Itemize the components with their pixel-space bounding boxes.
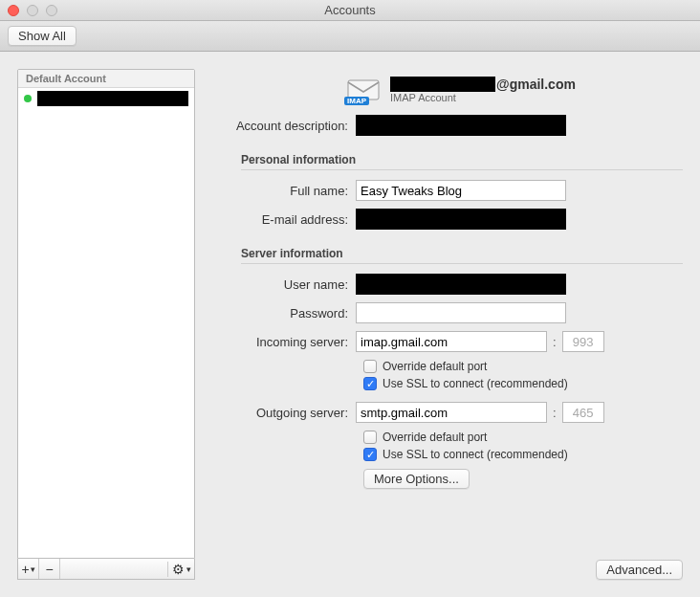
status-dot-icon xyxy=(24,95,32,102)
gear-menu-button[interactable]: ⚙▾ xyxy=(167,562,194,577)
server-info-heading: Server information xyxy=(241,247,683,264)
personal-info-heading: Personal information xyxy=(241,153,683,170)
account-email: @gmail.com xyxy=(390,77,576,92)
account-list-item[interactable] xyxy=(18,88,194,109)
outgoing-override-port-label: Override default port xyxy=(383,431,487,444)
minimize-window-button[interactable] xyxy=(27,5,38,16)
close-window-button[interactable] xyxy=(8,5,19,16)
sidebar-footer: +▾ − ⚙▾ xyxy=(17,559,195,580)
incoming-override-port-label: Override default port xyxy=(383,360,487,373)
incoming-ssl-checkbox[interactable] xyxy=(363,377,377,390)
mail-icon: IMAP xyxy=(346,77,381,103)
account-list[interactable]: Default Account xyxy=(17,69,195,559)
email-input[interactable] xyxy=(356,209,566,230)
account-list-header: Default Account xyxy=(18,70,194,88)
toolbar: Show All xyxy=(0,21,700,52)
outgoing-override-port-checkbox[interactable] xyxy=(363,431,377,444)
incoming-port-input[interactable] xyxy=(562,331,604,352)
window-title: Accounts xyxy=(0,3,700,17)
user-name-label: User name: xyxy=(212,277,356,292)
full-name-label: Full name: xyxy=(212,184,356,198)
outgoing-server-label: Outgoing server: xyxy=(212,406,356,420)
account-name-redacted xyxy=(37,91,188,106)
password-label: Password: xyxy=(212,306,356,321)
description-label: Account description: xyxy=(212,119,356,133)
incoming-server-input[interactable] xyxy=(356,331,547,352)
more-options-button[interactable]: More Options... xyxy=(363,469,470,489)
account-type-label: IMAP Account xyxy=(390,92,576,103)
imap-badge: IMAP xyxy=(344,97,369,105)
outgoing-ssl-label: Use SSL to connect (recommended) xyxy=(383,448,568,461)
add-account-button[interactable]: +▾ xyxy=(18,559,39,579)
full-name-input[interactable] xyxy=(356,180,566,201)
outgoing-server-input[interactable] xyxy=(356,402,547,423)
advanced-button[interactable]: Advanced... xyxy=(596,560,683,580)
gear-icon: ⚙ xyxy=(172,562,185,577)
zoom-window-button[interactable] xyxy=(46,5,57,16)
main-panel: IMAP @gmail.com IMAP Account Account des… xyxy=(212,69,683,580)
incoming-ssl-label: Use SSL to connect (recommended) xyxy=(383,377,568,390)
sidebar: Default Account +▾ − ⚙▾ xyxy=(17,69,195,580)
outgoing-ssl-checkbox[interactable] xyxy=(363,448,377,461)
incoming-server-label: Incoming server: xyxy=(212,335,356,349)
password-input[interactable] xyxy=(356,302,566,323)
description-input[interactable] xyxy=(356,115,566,136)
email-label: E-mail address: xyxy=(212,212,356,227)
incoming-override-port-checkbox[interactable] xyxy=(363,360,377,373)
outgoing-port-input[interactable] xyxy=(562,402,604,423)
titlebar: Accounts xyxy=(0,0,700,21)
show-all-button[interactable]: Show All xyxy=(8,26,77,46)
account-header: IMAP @gmail.com IMAP Account xyxy=(346,77,683,103)
remove-account-button[interactable]: − xyxy=(39,559,60,579)
email-prefix-redacted xyxy=(390,77,495,92)
user-name-input[interactable] xyxy=(356,274,566,295)
